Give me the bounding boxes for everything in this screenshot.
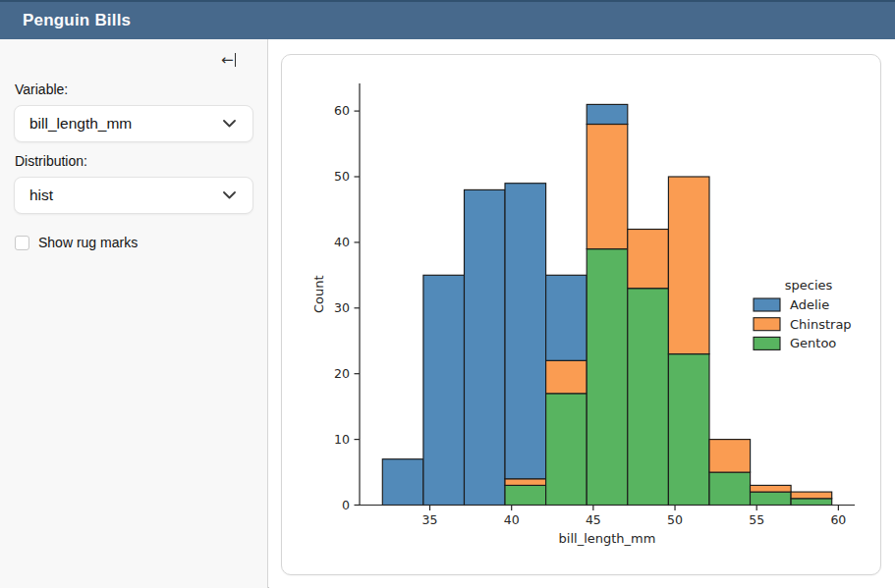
bar-segment-adelie-bin5 [587, 104, 628, 124]
main-panel: 0102030405060354045505560bill_length_mmC… [269, 39, 895, 588]
x-tick-label: 45 [586, 512, 601, 527]
y-tick-label: 10 [334, 432, 350, 447]
y-tick-label: 60 [334, 103, 350, 118]
y-axis-label: Count [311, 275, 326, 313]
bar-segment-chinstrap-bin7 [668, 177, 709, 354]
bar-segment-gentoo-bin6 [628, 289, 669, 506]
y-tick-label: 40 [334, 235, 350, 249]
histogram-svg: 0102030405060354045505560bill_length_mmC… [282, 55, 882, 576]
distribution-select-value: hist [29, 187, 53, 204]
app-window: Penguin Bills ← Variable: bill_length_mm… [0, 0, 895, 588]
variable-select-value: bill_length_mm [29, 115, 132, 133]
bar-segment-gentoo-bin7 [668, 354, 709, 506]
chevron-down-icon [223, 191, 236, 199]
app-title: Penguin Bills [23, 11, 131, 30]
legend-label-adelie: Adelie [790, 297, 829, 312]
rug-checkbox[interactable] [15, 236, 29, 250]
legend-label-chinstrap: Chinstrap [790, 317, 852, 332]
arrow-left-to-bar-icon-bar [235, 53, 237, 67]
bar-segment-gentoo-bin3 [505, 485, 546, 505]
x-tick-label: 60 [830, 512, 846, 527]
x-tick-label: 35 [422, 512, 438, 527]
bar-segment-chinstrap-bin4 [546, 360, 587, 394]
bar-segment-chinstrap-bin10 [791, 492, 832, 499]
bar-segment-adelie-bin1 [423, 275, 465, 505]
chart-card: 0102030405060354045505560bill_length_mmC… [281, 54, 881, 575]
arrow-left-to-bar-icon: ← [221, 53, 234, 68]
bar-segment-chinstrap-bin5 [587, 125, 628, 249]
distribution-select[interactable]: hist [14, 177, 253, 214]
bar-segment-adelie-bin0 [382, 459, 423, 506]
y-tick-label: 0 [342, 498, 350, 512]
bar-segment-gentoo-bin10 [791, 499, 832, 506]
variable-label: Variable: [15, 81, 253, 97]
collapse-sidebar-button[interactable]: ← [221, 53, 236, 68]
bar-segment-chinstrap-bin3 [505, 479, 546, 486]
legend-label-gentoo: Gentoo [790, 336, 836, 350]
legend-swatch-gentoo [754, 337, 780, 349]
legend-swatch-chinstrap [754, 318, 780, 331]
app-header: Penguin Bills [0, 0, 895, 39]
variable-select[interactable]: bill_length_mm [14, 105, 253, 142]
bar-segment-chinstrap-bin9 [751, 485, 792, 492]
sidebar-collapse-row: ← [14, 49, 253, 71]
bar-segment-adelie-bin2 [465, 189, 506, 505]
rug-checkbox-row: Show rug marks [15, 235, 253, 250]
x-tick-label: 55 [749, 512, 764, 527]
y-tick-label: 30 [334, 300, 350, 315]
rug-checkbox-label: Show rug marks [38, 235, 138, 250]
x-tick-label: 50 [667, 512, 683, 527]
x-tick-label: 40 [504, 512, 520, 527]
chevron-down-icon [223, 120, 236, 128]
distribution-label: Distribution: [15, 153, 253, 169]
legend-swatch-adelie [754, 298, 780, 311]
legend-title: species [785, 278, 833, 293]
y-tick-label: 20 [334, 366, 350, 381]
bar-segment-gentoo-bin8 [709, 472, 751, 506]
sidebar: ← Variable: bill_length_mm Distribution:… [0, 39, 268, 588]
bar-segment-chinstrap-bin6 [628, 230, 669, 289]
bar-segment-adelie-bin4 [546, 275, 587, 360]
x-axis-label: bill_length_mm [559, 531, 656, 546]
bar-segment-gentoo-bin9 [751, 492, 792, 505]
bar-segment-adelie-bin3 [505, 184, 546, 479]
y-tick-label: 50 [334, 169, 350, 184]
bar-segment-gentoo-bin4 [546, 394, 587, 506]
bar-segment-chinstrap-bin8 [709, 440, 751, 473]
bar-segment-gentoo-bin5 [587, 249, 628, 506]
